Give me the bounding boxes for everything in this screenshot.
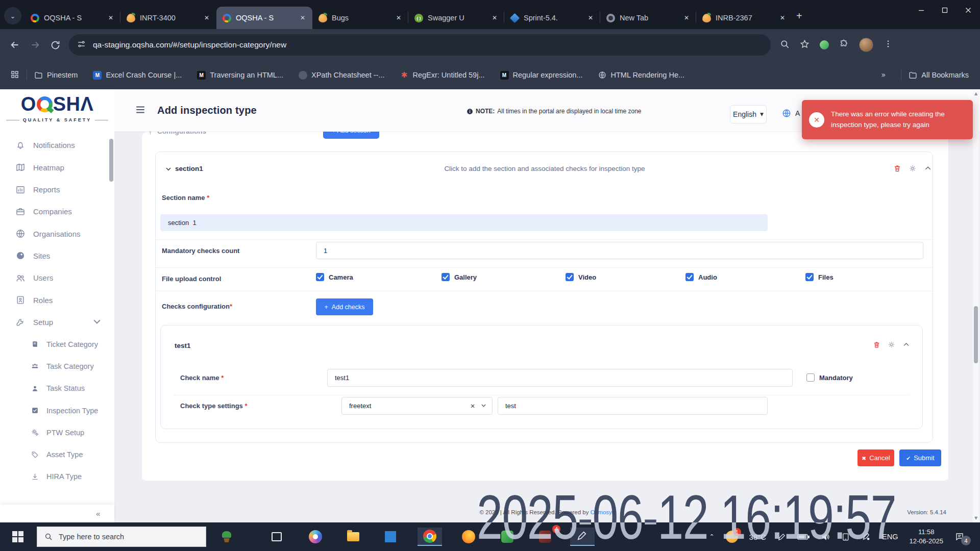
sidebar-item-task-status[interactable]: Task Status — [0, 378, 114, 399]
back-icon[interactable] — [9, 39, 20, 51]
error-toast[interactable]: ✕ There was an error while creating the … — [802, 100, 973, 139]
tab-close-icon[interactable]: ✕ — [298, 13, 307, 22]
close-button[interactable] — [957, 0, 980, 20]
taskbar-app-explorer[interactable] — [341, 528, 365, 546]
check-name-input[interactable]: test1 — [327, 369, 793, 387]
checkbox-icon[interactable] — [442, 273, 450, 281]
check-settings-icon[interactable] — [888, 341, 895, 350]
sidebar-item-asset-type[interactable]: Asset Type — [0, 443, 114, 465]
bookmark-xpath-cheatsheet[interactable]: XPath Cheatsheet --... — [299, 71, 384, 80]
browser-tab-bugs[interactable]: Bugs✕ — [312, 7, 408, 29]
add-checks-button[interactable]: +Add checks — [316, 298, 373, 315]
tab-close-icon[interactable]: ✕ — [778, 13, 787, 22]
bookmark-html-rendering-he[interactable]: HTML Rendering He... — [598, 71, 685, 80]
browser-tab-inrt-3400[interactable]: INRT-3400✕ — [120, 7, 216, 29]
checkbox-icon[interactable] — [566, 273, 574, 281]
mandatory-count-input[interactable]: 1 — [316, 242, 923, 259]
taskbar-clock[interactable]: 11:5812-06-2025 — [910, 528, 944, 545]
bookmark-regexr-untitled-59j[interactable]: ✱RegExr: Untitled 59j... — [400, 71, 484, 80]
tab-close-icon[interactable]: ✕ — [202, 13, 211, 22]
start-button[interactable] — [12, 531, 23, 542]
section-name-input[interactable]: section 1 — [160, 214, 768, 231]
minimize-button[interactable] — [910, 0, 933, 20]
tab-close-icon[interactable]: ✕ — [106, 13, 115, 22]
mandatory-checkbox[interactable]: Mandatory — [806, 373, 853, 382]
sidebar-item-organisations[interactable]: Organisations — [0, 222, 114, 244]
sidebar-item-companies[interactable]: Companies — [0, 201, 114, 222]
bookmark-star-icon[interactable] — [800, 39, 810, 51]
sidebar-item-notifications[interactable]: Notifications — [0, 134, 114, 156]
extension-leaf-icon[interactable] — [820, 40, 829, 49]
upload-option-video[interactable]: Video — [566, 273, 596, 281]
forward-icon[interactable] — [30, 39, 41, 51]
select-chevron-icon[interactable] — [480, 402, 487, 410]
maximize-button[interactable] — [933, 0, 957, 20]
sidebar-item-setup[interactable]: Setup — [0, 311, 114, 333]
address-bar[interactable]: qa-staging.oqsha.com/#/setup/inspection-… — [69, 34, 771, 56]
apps-grid-icon[interactable] — [10, 70, 19, 81]
sidebar-item-inspection-type[interactable]: Inspection Type — [0, 399, 114, 421]
browser-tab-sprint-5-4[interactable]: Sprint-5.4.✕ — [504, 7, 600, 29]
bookmarks-overflow-icon[interactable]: » — [881, 70, 886, 80]
sidebar-item-ptw-setup[interactable]: PTW Setup — [0, 421, 114, 443]
upload-option-gallery[interactable]: Gallery — [442, 273, 477, 281]
tab-close-icon[interactable]: ✕ — [394, 13, 403, 22]
browser-tab-oqsha-s[interactable]: OQSHA - S✕ — [216, 7, 312, 29]
upload-option-files[interactable]: Files — [805, 273, 834, 281]
tab-close-icon[interactable]: ✕ — [490, 13, 499, 22]
sidebar-item-task-category[interactable]: Task Category — [0, 355, 114, 377]
hamburger-menu-icon[interactable] — [135, 104, 146, 117]
bookmark-excel-crash-course[interactable]: MExcel Crash Course |... — [93, 71, 182, 80]
sidebar-item-sites[interactable]: Sites — [0, 245, 114, 267]
bookmark-regular-expression[interactable]: MRegular expression... — [500, 71, 583, 80]
sidebar-item-reports[interactable]: Reports — [0, 179, 114, 201]
delete-check-icon[interactable] — [873, 341, 880, 350]
sidebar-collapse-icon[interactable]: « — [96, 509, 100, 518]
search-icon[interactable] — [780, 39, 790, 51]
taskbar-app-chrome[interactable] — [418, 528, 442, 546]
scrollbar-thumb[interactable] — [974, 306, 978, 363]
profile-avatar[interactable] — [859, 38, 873, 52]
checkbox-icon[interactable] — [806, 373, 815, 382]
cancel-button[interactable]: ✖Cancel — [857, 449, 894, 466]
delete-section-icon[interactable] — [893, 164, 901, 174]
site-settings-icon[interactable] — [77, 40, 86, 51]
upload-option-camera[interactable]: Camera — [316, 273, 353, 281]
scroll-up-icon[interactable]: ▲ — [973, 91, 979, 96]
reload-icon[interactable] — [50, 40, 61, 51]
taskbar-app-compass[interactable] — [303, 528, 328, 546]
tab-search-button[interactable]: ⌄ — [4, 7, 21, 24]
sidebar-item-heatmap[interactable]: Heatmap — [0, 157, 114, 179]
sidebar-scrollbar-thumb[interactable] — [109, 139, 113, 182]
sidebar-item-roles[interactable]: Roles — [0, 289, 114, 311]
check-type-select[interactable]: freetext ✕ — [341, 397, 493, 415]
notification-center-icon[interactable]: 4 — [954, 532, 965, 541]
taskbar-app-taskview[interactable] — [264, 528, 289, 546]
sidebar-item-hira-type[interactable]: HIRA Type — [0, 466, 114, 488]
extensions-puzzle-icon[interactable] — [839, 39, 849, 51]
browser-tab-inrb-2367[interactable]: INRB-2367✕ — [696, 7, 792, 29]
menu-kebab-icon[interactable] — [884, 39, 893, 51]
all-bookmarks-button[interactable]: All Bookmarks — [909, 71, 969, 80]
upload-option-audio[interactable]: Audio — [685, 273, 717, 281]
new-tab-button[interactable]: + — [796, 10, 802, 22]
taskbar-search[interactable]: Type here to search — [37, 527, 206, 547]
tab-close-icon[interactable]: ✕ — [682, 13, 691, 22]
taskbar-app-plant[interactable] — [214, 528, 239, 546]
add-section-button[interactable]: + Add section — [323, 132, 379, 139]
scroll-down-icon[interactable]: ▼ — [973, 516, 979, 520]
bookmark-traversing-an-html[interactable]: MTraversing an HTML... — [197, 71, 283, 80]
sidebar-item-users[interactable]: Users — [0, 267, 114, 289]
tab-close-icon[interactable]: ✕ — [586, 13, 595, 22]
clear-select-icon[interactable]: ✕ — [470, 403, 475, 410]
sidebar-item-ticket-category[interactable]: Ticket Category — [0, 333, 114, 355]
collapse-check-icon[interactable] — [902, 341, 910, 350]
taskbar-app-vscode[interactable] — [378, 528, 403, 546]
browser-tab-swagger-u[interactable]: Swagger U✕ — [408, 7, 504, 29]
checkbox-icon[interactable] — [805, 273, 814, 281]
checkbox-icon[interactable] — [316, 273, 324, 281]
checkbox-icon[interactable] — [685, 273, 694, 281]
check-type-text-input[interactable]: test — [498, 397, 768, 415]
page-scrollbar[interactable]: ▲ ▼ — [973, 89, 979, 522]
section-settings-icon[interactable] — [909, 164, 917, 174]
